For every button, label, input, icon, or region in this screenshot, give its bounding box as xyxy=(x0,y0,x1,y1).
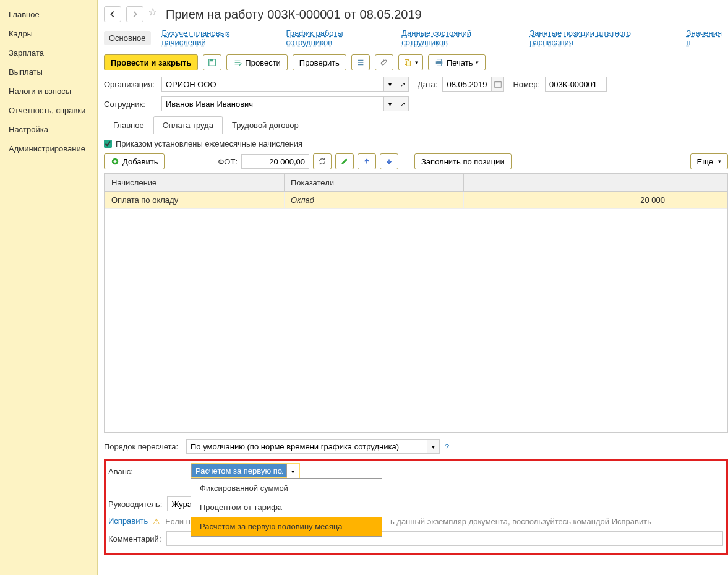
print-button[interactable]: Печать▾ xyxy=(428,54,486,70)
highlighted-section: Аванс: ▾ Фиксированной суммой Процентом … xyxy=(104,459,728,555)
link-tabs: Основное Бухучет плановых начислений Гра… xyxy=(104,28,728,47)
comment-label: Комментарий: xyxy=(108,534,161,543)
table-row[interactable]: Оплата по окладу Оклад 20 000 xyxy=(105,192,727,209)
refresh-icon xyxy=(318,157,327,166)
down-button[interactable] xyxy=(380,153,398,169)
refresh-button[interactable] xyxy=(313,153,332,169)
advance-option-percent[interactable]: Процентом от тарифа xyxy=(191,498,382,517)
date-input[interactable] xyxy=(442,77,492,92)
provesti-button[interactable]: Провести xyxy=(226,54,288,70)
col-value[interactable] xyxy=(464,174,727,192)
link-tab-znacheniya[interactable]: Значения п xyxy=(687,28,728,47)
save-close-button[interactable]: Провести и закрыть xyxy=(104,54,198,70)
date-cal-btn[interactable] xyxy=(492,77,504,92)
warn-text-2: ь данный экземпляр документа, воспользуй… xyxy=(390,517,651,526)
help-icon[interactable]: ? xyxy=(445,442,449,451)
table-container: Начисление Показатели Оплата по окладу О… xyxy=(104,173,728,433)
provesti-label: Провести xyxy=(245,58,281,67)
sidebar-item-vyplaty[interactable]: Выплаты xyxy=(0,62,97,82)
advance-option-fixed[interactable]: Фиксированной суммой xyxy=(191,479,382,498)
warning-icon: ⚠ xyxy=(153,517,160,526)
fill-button[interactable]: Заполнить по позиции xyxy=(414,153,512,169)
list-icon xyxy=(356,58,365,67)
cell-value: 20 000 xyxy=(464,192,727,209)
link-tab-grafik[interactable]: График работы сотрудников xyxy=(286,28,390,47)
tab-payment[interactable]: Оплата труда xyxy=(153,116,223,134)
svg-rect-1 xyxy=(210,59,213,62)
link-tab-pozicii[interactable]: Занятые позиции штатного расписания xyxy=(529,28,675,47)
advance-label: Аванс: xyxy=(108,467,186,476)
tab-main[interactable]: Главное xyxy=(104,116,153,134)
up-button[interactable] xyxy=(358,153,376,169)
attach-button[interactable] xyxy=(375,54,393,70)
copy-button[interactable]: ▾ xyxy=(398,54,423,70)
sidebar-item-nastroika[interactable]: Настройка xyxy=(0,120,97,139)
more-button[interactable]: Еще▾ xyxy=(690,153,728,169)
cell-accrual: Оплата по окладу xyxy=(105,192,285,209)
org-open-btn[interactable]: ↗ xyxy=(396,77,409,92)
toolbar: Провести и закрыть Провести Проверить ▾ … xyxy=(104,54,728,70)
save-icon xyxy=(208,58,216,67)
tabs: Главное Оплата труда Трудовой договор xyxy=(104,116,728,134)
org-label: Организация: xyxy=(104,80,156,89)
sidebar-item-admin[interactable]: Администрирование xyxy=(0,139,97,158)
star-icon[interactable] xyxy=(148,8,161,20)
plus-icon xyxy=(111,157,119,166)
fot-input[interactable] xyxy=(241,154,309,169)
col-indicators[interactable]: Показатели xyxy=(285,174,464,192)
clip-icon xyxy=(380,58,388,67)
date-label: Дата: xyxy=(418,80,437,89)
advance-option-calc[interactable]: Расчетом за первую половину месяца xyxy=(191,517,382,536)
employee-label: Сотрудник: xyxy=(104,100,156,109)
link-tab-dannye[interactable]: Данные состояний сотрудников xyxy=(401,28,518,47)
fot-label: ФОТ: xyxy=(218,157,238,166)
number-input[interactable] xyxy=(545,77,607,92)
tab-contract[interactable]: Трудовой договор xyxy=(223,116,308,134)
add-button[interactable]: Добавить xyxy=(104,153,165,169)
recalc-input[interactable] xyxy=(186,439,427,454)
svg-rect-6 xyxy=(437,64,441,66)
link-tab-bukhuchet[interactable]: Бухучет плановых начислений xyxy=(162,28,275,47)
advance-dropdown-btn[interactable]: ▾ xyxy=(287,464,299,479)
advance-input[interactable] xyxy=(191,464,287,477)
sidebar-item-kadry[interactable]: Кадры xyxy=(0,24,97,43)
print-label: Печать xyxy=(447,58,473,67)
sidebar-item-otchetnost[interactable]: Отчетность, справки xyxy=(0,101,97,120)
arrow-left-icon xyxy=(108,10,117,19)
recalc-dropdown-btn[interactable]: ▾ xyxy=(427,439,440,454)
print-icon xyxy=(435,58,443,67)
accruals-table: Начисление Показатели Оплата по окладу О… xyxy=(105,174,727,209)
check-icon xyxy=(233,58,242,67)
sidebar-item-zarplata[interactable]: Зарплата xyxy=(0,43,97,62)
col-accrual[interactable]: Начисление xyxy=(105,174,285,192)
page-title: Прием на работу 003К-000001 от 08.05.201… xyxy=(166,7,422,22)
sidebar-item-main[interactable]: Главное xyxy=(0,5,97,24)
advance-dropdown: Фиксированной суммой Процентом от тарифа… xyxy=(191,478,382,537)
number-label: Номер: xyxy=(513,80,540,89)
order-checkbox[interactable] xyxy=(104,140,112,148)
employee-input[interactable] xyxy=(161,96,384,111)
employee-open-btn[interactable]: ↗ xyxy=(396,96,409,111)
link-tab-main[interactable]: Основное xyxy=(104,31,151,45)
list-button[interactable] xyxy=(351,54,370,70)
edit-button[interactable] xyxy=(335,153,354,169)
svg-rect-3 xyxy=(406,61,410,66)
warn-text-1: Если н xyxy=(165,517,191,526)
svg-rect-4 xyxy=(437,59,441,62)
checkbox-label: Приказом установлены ежемесячные начисле… xyxy=(116,139,302,148)
check-button[interactable]: Проверить xyxy=(293,54,346,70)
fix-link[interactable]: Исправить xyxy=(108,516,148,526)
org-input[interactable] xyxy=(161,77,384,92)
pencil-icon xyxy=(340,157,349,166)
org-dropdown-btn[interactable]: ▾ xyxy=(384,77,396,92)
svg-rect-7 xyxy=(495,82,502,88)
save-button[interactable] xyxy=(203,54,221,70)
sidebar-item-nalogi[interactable]: Налоги и взносы xyxy=(0,82,97,101)
sidebar: Главное Кадры Зарплата Выплаты Налоги и … xyxy=(0,0,98,575)
employee-dropdown-btn[interactable]: ▾ xyxy=(384,96,396,111)
forward-button[interactable] xyxy=(126,6,143,22)
back-button[interactable] xyxy=(104,6,121,22)
manager-label: Руководитель: xyxy=(108,500,162,509)
more-label: Еще xyxy=(697,157,713,166)
arrow-right-icon xyxy=(131,10,139,19)
